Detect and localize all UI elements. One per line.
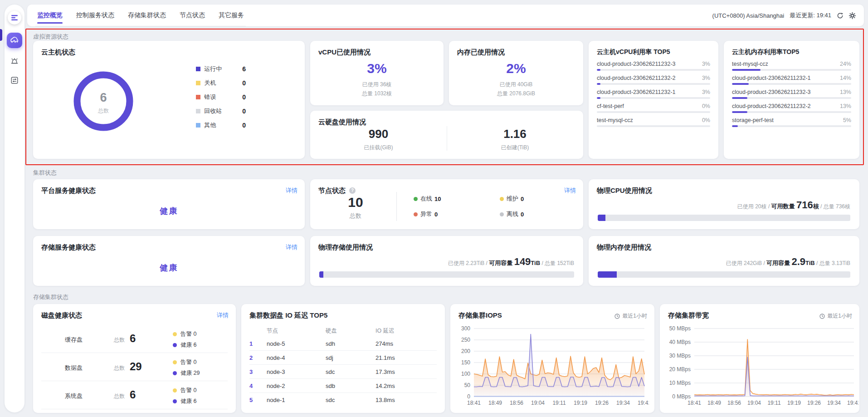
sidebar-item-settings[interactable]: [7, 73, 22, 88]
top5-name: cloud-product-230626211232-1: [597, 89, 676, 95]
iops-chart-title: 存储集群IOPS: [458, 311, 502, 320]
node-status-detail-link[interactable]: 详情: [564, 186, 576, 195]
node-status-card: 节点状态 ? 详情 10 总数 在线10维护0异常0离线0: [310, 179, 583, 229]
legend-value: 0: [521, 196, 524, 202]
legend-value: 0: [242, 122, 246, 129]
sidebar-item-alerts[interactable]: [7, 54, 22, 69]
svg-text:30 MBps: 30 MBps: [669, 353, 691, 359]
io-disk: sdh: [326, 340, 375, 347]
disk-health-row: 系统盘总数6告警 0健康 6: [41, 381, 228, 409]
top5-row: storage-perf-test5%: [732, 117, 851, 127]
settings-button[interactable]: [849, 12, 856, 19]
vcpu-top5-title: 云主机vCPU利用率 TOP5: [597, 48, 670, 56]
vm-legend-item: 回收站0: [196, 104, 246, 118]
vm-total-label: 总数: [69, 107, 137, 115]
top5-percent: 3%: [702, 61, 710, 67]
vm-status-title: 云主机状态: [41, 48, 75, 57]
legend-label: 其他: [204, 121, 230, 129]
top5-name: cloud-product-230626211232-2: [597, 75, 676, 81]
tab-节点状态[interactable]: 节点状态: [180, 5, 205, 26]
disk-status-item: 健康 6: [173, 396, 196, 407]
physical-storage-title: 物理存储使用情况: [318, 243, 373, 252]
top5-row: test-mysql-ccz0%: [597, 117, 710, 127]
timezone-label: (UTC+0800) Asia/Shanghai: [712, 12, 785, 19]
tab-bar: 监控概览控制服务状态存储集群状态节点状态其它服务: [35, 5, 246, 26]
sidebar: [5, 5, 24, 412]
disk-status-item: 健康 6: [173, 339, 196, 350]
disk-status-item: 告警 0: [173, 385, 196, 396]
node-legend-item: 离线0: [500, 210, 586, 218]
bandwidth-chart: 50 MBps40 MBps30 MBps20 MBps10 MBps0 MBp…: [664, 323, 858, 410]
cloud-disk-usage-title: 云硬盘使用情况: [318, 118, 366, 127]
storage-health-status: 健康: [33, 262, 305, 273]
legend-label: 异常: [420, 210, 432, 218]
status-label: 告警 0: [180, 387, 196, 394]
node-legend-item: 异常0: [414, 210, 500, 218]
disk-total-value: 6: [130, 332, 136, 345]
disk-health-detail-link[interactable]: 详情: [217, 311, 229, 319]
tab-其它服务[interactable]: 其它服务: [219, 5, 244, 26]
physical-cpu-card: 物理CPU使用情况 已使用 20核 / 可用数量 716核 / 总量 736核: [589, 179, 859, 229]
top5-percent: 3%: [702, 89, 710, 95]
legend-swatch: [196, 109, 200, 113]
svg-text:19:34: 19:34: [827, 400, 841, 406]
top5-row: cloud-product-230626211232-213%: [732, 103, 851, 113]
vcpu-usage-card: vCPU已使用情况 3% 已使用 36核 总量 1032核: [310, 41, 444, 105]
legend-swatch: [196, 95, 200, 99]
io-node: node-3: [267, 368, 326, 375]
memory-top5-card: 云主机内存利用率TOP5 test-mysql-ccz24%cloud-prod…: [724, 41, 859, 159]
physical-storage-progress: [319, 271, 574, 278]
top5-row: cf-test-perf0%: [597, 103, 710, 113]
legend-label: 离线: [507, 210, 518, 218]
storage-health-detail-link[interactable]: 详情: [286, 243, 297, 251]
sidebar-item-monitoring[interactable]: [7, 33, 22, 48]
help-icon[interactable]: ?: [349, 187, 356, 194]
io-latency-title: 集群数据盘 IO 延迟 TOP5: [249, 311, 327, 320]
top5-bar-fill: [597, 69, 600, 71]
iops-chart-card: 存储集群IOPS 最近1小时 30025020015010050018:4118…: [450, 304, 654, 413]
top5-name: cloud-product-230626211232-3: [732, 89, 811, 95]
refresh-button[interactable]: [837, 12, 844, 19]
tab-控制服务状态[interactable]: 控制服务状态: [76, 5, 114, 26]
tab-存储集群状态[interactable]: 存储集群状态: [128, 5, 166, 26]
top5-bar-track: [597, 111, 710, 113]
disk-type-label: 缓存盘: [65, 336, 83, 344]
io-rank: 3: [249, 368, 267, 375]
disk-created-label: 已创建(TiB): [447, 144, 583, 152]
svg-text:18:56: 18:56: [510, 400, 523, 406]
memory-usage-card: 内存已使用情况 2% 已使用 40GiB 总量 2076.8GiB: [449, 41, 583, 105]
svg-text:19:11: 19:11: [767, 400, 780, 406]
vm-legend-item: 错误0: [196, 90, 246, 104]
clock-icon: [819, 314, 825, 319]
tab-监控概览[interactable]: 监控概览: [37, 5, 63, 26]
sliders-icon: [10, 76, 19, 84]
disk-total-value: 6: [130, 388, 136, 401]
top5-row-line: test-mysql-ccz0%: [597, 117, 710, 123]
io-table-row: 4node-2sdb14.2ms: [249, 379, 437, 393]
io-header-cell: IO 延迟: [375, 327, 437, 335]
io-node: node-1: [267, 397, 326, 403]
top5-row-line: storage-perf-test5%: [732, 117, 851, 123]
memory-top5-title: 云主机内存利用率TOP5: [732, 48, 799, 56]
legend-label: 回收站: [204, 107, 230, 115]
svg-text:50: 50: [464, 382, 471, 388]
legend-dot: [500, 212, 504, 216]
io-header-cell: 节点: [267, 327, 326, 335]
menu-toggle-button[interactable]: [8, 11, 21, 25]
top5-percent: 5%: [843, 117, 851, 123]
disk-created-block: 1.16 已创建(TiB): [447, 127, 583, 152]
clock-icon: [614, 314, 620, 319]
top5-bar-track: [732, 125, 851, 127]
top5-bar-fill: [732, 83, 749, 85]
top5-name: cloud-product-230626211232-3: [597, 61, 676, 67]
svg-text:19:41: 19:41: [638, 400, 649, 406]
disk-status-legend: 告警 0健康 29: [173, 357, 200, 378]
io-table-row: 2node-4sdj21.1ms: [249, 351, 437, 365]
legend-value: 0: [242, 108, 246, 115]
node-total-label: 总数: [328, 212, 383, 220]
topbar: 监控概览控制服务状态存储集群状态节点状态其它服务 (UTC+0800) Asia…: [27, 5, 864, 26]
physical-cpu-progress: [598, 215, 850, 221]
platform-health-detail-link[interactable]: 详情: [286, 186, 297, 195]
vm-legend-item: 运行中6: [196, 62, 246, 76]
top5-bar-fill: [732, 111, 747, 113]
